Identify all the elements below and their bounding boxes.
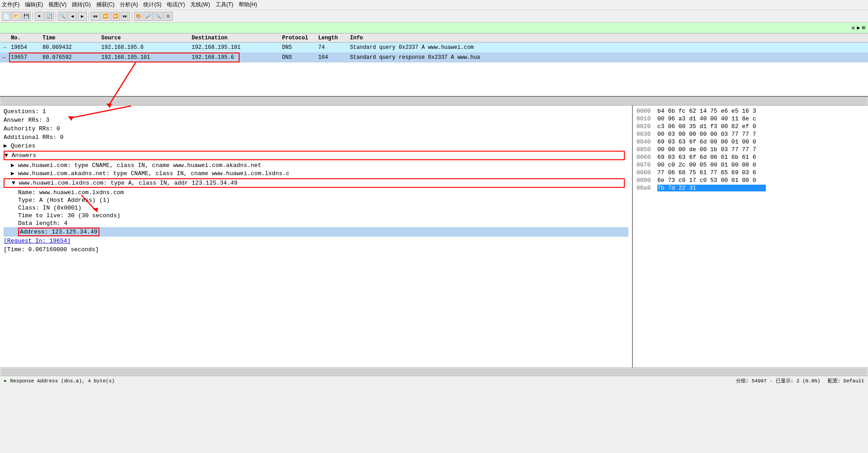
hex-row-0030: 0030 00 03 00 00 00 00 03 77 77 7 bbox=[637, 130, 864, 138]
a-type[interactable]: Type: A (Host Address) (1) bbox=[4, 196, 628, 204]
offset-0080: 0080 bbox=[637, 169, 655, 176]
a-name[interactable]: Name: www.huawei.com.lxdns.com bbox=[4, 189, 628, 196]
answer-a-record[interactable]: ▼ www.huawei.com.lxdns.com: type A, clas… bbox=[5, 179, 624, 187]
menu-phone[interactable]: 电话(Y) bbox=[167, 1, 185, 9]
status-text: Response Address (dns.a), 4 byte(s) bbox=[10, 378, 115, 384]
queries-tree-item[interactable]: ▶ Queries bbox=[4, 142, 628, 150]
colorize-btn[interactable]: 🎨 bbox=[134, 12, 143, 21]
bytes-0070: 00 c0 2c 00 05 00 01 00 00 0 bbox=[657, 162, 766, 168]
request-in[interactable]: [Request In: 19654] bbox=[4, 237, 628, 245]
detail-right: 0000 b4 6b fc 62 14 75 e6 e5 16 3 0010 0… bbox=[633, 105, 868, 367]
menu-help[interactable]: 帮助(H) bbox=[239, 1, 257, 9]
filter-arrow-icon: ▶ bbox=[857, 24, 860, 31]
menu-tools[interactable]: 工具(T) bbox=[216, 1, 233, 9]
menu-stats[interactable]: 统计(S) bbox=[143, 1, 161, 9]
new-btn[interactable]: 📄 bbox=[2, 12, 11, 21]
zoom-in-btn[interactable]: 🔎 bbox=[144, 12, 153, 21]
row1-len: 74 bbox=[316, 44, 348, 51]
answer-cname1[interactable]: ▶ www.huawei.com: type CNAME, class IN, … bbox=[4, 161, 628, 169]
packet-list-header: No. Time Source Destination Protocol Len… bbox=[0, 33, 868, 43]
filter-expand-icon: ⊞ bbox=[862, 24, 865, 31]
detail-hscroll-bar[interactable] bbox=[1, 369, 867, 375]
bytes-0040: 69 03 63 6f 6d 00 00 01 00 0 bbox=[657, 138, 766, 145]
close-btn[interactable]: ✖ bbox=[35, 12, 44, 21]
menu-file[interactable]: 文件(F) bbox=[2, 1, 19, 9]
bytes-0060: 69 03 63 6f 6d 06 61 6b 61 6 bbox=[657, 154, 766, 161]
toolbar: 📄 📂 💾 ✖ 🔄 🔍 ◀ ▶ ⏮ ⏪ ⏩ ⏭ 🎨 🔎 🔍 ⊡ bbox=[0, 10, 868, 23]
zoom-out-btn[interactable]: 🔍 bbox=[154, 12, 163, 21]
answer-cname2[interactable]: ▶ www.huawei.com.akadns.net: type CNAME,… bbox=[4, 169, 628, 177]
packet-count: 分组: 54997 · 已显示: 2 (0.0%) bbox=[736, 377, 821, 384]
bytes-0090: 6e 73 c0 17 c0 53 00 01 00 0 bbox=[657, 177, 766, 184]
detail-answer-rrs[interactable]: Answer RRs: 3 bbox=[4, 116, 628, 124]
packet-row-2[interactable]: ← 19657 80.076592 192.168.195.101 192.16… bbox=[0, 52, 868, 62]
offset-0010: 0010 bbox=[637, 115, 655, 122]
menu-edit[interactable]: 编辑(E) bbox=[25, 1, 43, 9]
row1-proto: DNS bbox=[280, 44, 316, 51]
row1-no: 19654 bbox=[9, 44, 41, 51]
menu-wireless[interactable]: 无线(W) bbox=[190, 1, 210, 9]
hex-row-0010: 0010 00 96 a3 d1 40 00 40 11 8e c bbox=[637, 115, 864, 123]
jump-last-btn[interactable]: ⏭ bbox=[121, 12, 130, 21]
row1-info: Standard query 0x2337 A www.huawei.com bbox=[348, 44, 868, 51]
zoom-reset-btn[interactable]: ⊡ bbox=[164, 12, 173, 21]
hex-row-0000: 0000 b4 6b fc 62 14 75 e6 e5 16 3 bbox=[637, 107, 864, 115]
detail-additional-rrs[interactable]: Additional RRs: 0 bbox=[4, 133, 628, 142]
bytes-0010: 00 96 a3 d1 40 00 40 11 8e c bbox=[657, 115, 766, 122]
packet-list: No. Time Source Destination Protocol Len… bbox=[0, 33, 868, 97]
answers-tree-item[interactable]: ▼ Answers bbox=[5, 152, 624, 159]
back-btn[interactable]: ◀ bbox=[68, 12, 77, 21]
sep4 bbox=[132, 12, 132, 20]
detail-hscroll[interactable] bbox=[0, 367, 868, 376]
open-btn[interactable]: 📂 bbox=[12, 12, 21, 21]
offset-00a0: 00a0 bbox=[637, 185, 655, 191]
menu-analyze[interactable]: 分析(A) bbox=[120, 1, 138, 9]
statusbar: ● Response Address (dns.a), 4 byte(s) 分组… bbox=[0, 376, 868, 386]
header-length: Length bbox=[316, 35, 348, 41]
fwd-btn[interactable]: ▶ bbox=[78, 12, 87, 21]
packet-row-1[interactable]: → 19654 80.009432 192.168.195.6 192.168.… bbox=[0, 43, 868, 52]
header-proto: Protocol bbox=[280, 35, 316, 41]
filter-input[interactable]: dns.qry.name==www.huawei.com bbox=[3, 25, 849, 31]
header-dest: Destination bbox=[190, 35, 280, 41]
menu-jump[interactable]: 跳转(G) bbox=[72, 1, 90, 9]
row1-src: 192.168.195.6 bbox=[99, 44, 190, 51]
a-datalen[interactable]: Data length: 4 bbox=[4, 219, 628, 227]
reload-btn[interactable]: 🔄 bbox=[45, 12, 54, 21]
detail-authority-rrs[interactable]: Authority RRs: 0 bbox=[4, 124, 628, 133]
packet-list-hscroll[interactable] bbox=[0, 97, 868, 105]
config-name: 配置: Default bbox=[828, 377, 864, 384]
jump-prev-btn[interactable]: ⏪ bbox=[101, 12, 110, 21]
answers-red-box: ▼ Answers bbox=[4, 151, 625, 160]
menu-view[interactable]: 视图(V) bbox=[48, 1, 66, 9]
request-in-link[interactable]: [Request In: 19654] bbox=[4, 238, 71, 244]
sep3 bbox=[89, 12, 89, 20]
jump-first-btn[interactable]: ⏮ bbox=[91, 12, 100, 21]
bytes-0000: b4 6b fc 62 14 75 e6 e5 16 3 bbox=[657, 108, 766, 114]
filter-close-icon[interactable]: ✕ bbox=[851, 24, 855, 32]
a-record-label: www.huawei.com.lxdns.com: type A, class … bbox=[19, 180, 238, 186]
bytes-0030: 00 03 00 00 00 00 03 77 77 7 bbox=[657, 131, 766, 138]
hex-row-0040: 0040 69 03 63 6f 6d 00 00 01 00 0 bbox=[637, 138, 864, 146]
header-no: No. bbox=[9, 35, 41, 41]
a-ttl[interactable]: Time to live: 30 (30 seconds) bbox=[4, 212, 628, 219]
detail-questions[interactable]: Questions: 1 bbox=[4, 107, 628, 116]
answer-a-red-box: ▼ www.huawei.com.lxdns.com: type A, clas… bbox=[4, 178, 625, 188]
jump-next-btn[interactable]: ⏩ bbox=[111, 12, 120, 21]
menubar: 文件(F) 编辑(E) 视图(V) 跳转(G) 捕获(C) 分析(A) 统计(S… bbox=[0, 0, 868, 10]
save-btn[interactable]: 💾 bbox=[22, 12, 31, 21]
menu-capture[interactable]: 捕获(C) bbox=[96, 1, 115, 9]
arrow-2: ← bbox=[0, 54, 9, 61]
hscroll-bar[interactable] bbox=[1, 98, 867, 105]
time-line: [Time: 0.067160000 seconds] bbox=[4, 245, 628, 254]
detail-left: Questions: 1 Answer RRs: 3 Authority RRs… bbox=[0, 105, 633, 367]
a-name-text: Name: www.huawei.com.lxdns.com bbox=[18, 189, 124, 196]
packet-list-container: No. Time Source Destination Protocol Len… bbox=[0, 33, 868, 97]
find-btn[interactable]: 🔍 bbox=[58, 12, 67, 21]
a-address[interactable]: Address: 123.125.34.49 bbox=[4, 227, 628, 237]
bytes-00a0: 7b 7d 22 31 bbox=[657, 185, 766, 191]
a-class[interactable]: Class: IN (0x0001) bbox=[4, 204, 628, 212]
statusbar-left: ● Response Address (dns.a), 4 byte(s) bbox=[4, 378, 115, 384]
row2-info: Standard query response 0x2337 A www.hua bbox=[348, 54, 868, 61]
hex-row-0020: 0020 c3 06 00 35 d1 f3 00 82 ef 0 bbox=[637, 123, 864, 130]
